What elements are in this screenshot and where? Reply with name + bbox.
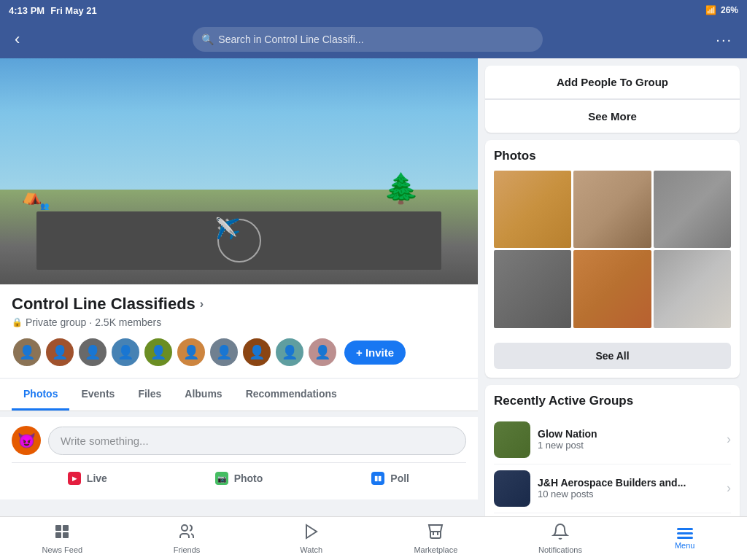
nav-notifications[interactable]: Notifications (498, 517, 623, 560)
add-people-card: Add People To Group See More (485, 66, 740, 133)
news-feed-label: News Feed (42, 545, 83, 554)
avatar: 👤 (241, 337, 272, 368)
news-feed-icon (53, 523, 71, 543)
battery: 26% (721, 5, 738, 15)
user-avatar: 😈 (12, 426, 41, 455)
tent-icon: ⛺ (22, 187, 42, 206)
search-icon: 🔍 (201, 34, 214, 45)
group-meta: 🔒 Private group · 2.5K members (12, 316, 466, 328)
see-all-button[interactable]: See All (494, 343, 731, 369)
svg-marker-5 (306, 525, 317, 538)
friends-label: Friends (174, 545, 201, 554)
friends-icon (178, 523, 196, 543)
groups-title: Recently Active Groups (494, 394, 731, 408)
right-panel: Add People To Group See More Photos See … (478, 58, 747, 516)
add-people-button[interactable]: Add People To Group (485, 66, 740, 99)
lock-icon: 🔒 (12, 317, 23, 327)
group-item-posts: 1 new post (538, 440, 719, 451)
svg-point-4 (182, 525, 187, 531)
photos-grid (494, 171, 731, 328)
menu-label: Menu (675, 541, 695, 550)
header: ‹ 🔍 Search in Control Line Classifi... ·… (0, 20, 747, 58)
photo-button[interactable]: 📷 Photo (163, 466, 315, 491)
avatar: 👤 (44, 337, 75, 368)
chevron-right-icon: › (727, 481, 731, 496)
nav-marketplace[interactable]: Marketplace (374, 517, 498, 560)
group-name: Control Line Classifieds › (12, 295, 466, 314)
marketplace-label: Marketplace (414, 545, 457, 554)
photos-title: Photos (494, 149, 731, 163)
back-button[interactable]: ‹ (9, 27, 26, 52)
group-item-info: Glow Nation 1 new post (538, 428, 719, 451)
recently-active-groups-card: Recently Active Groups Glow Nation 1 new… (485, 385, 740, 516)
poll-button[interactable]: ▮▮ Poll (314, 466, 466, 491)
more-button[interactable]: ··· (710, 28, 738, 51)
group-item[interactable]: J&H Aerospace Builders and... 10 new pos… (494, 464, 731, 513)
svg-rect-3 (63, 532, 69, 538)
avatar: 👤 (77, 337, 108, 368)
chevron-right-icon: › (727, 432, 731, 447)
photo-thumb[interactable] (654, 250, 731, 327)
status-bar-left: 4:13 PM Fri May 21 (9, 5, 97, 16)
group-thumbnail (494, 470, 530, 507)
tab-albums[interactable]: Albums (173, 379, 233, 411)
tab-photos[interactable]: Photos (12, 379, 69, 411)
wifi-icon: 📶 (705, 5, 716, 15)
notifications-label: Notifications (538, 545, 582, 554)
nav-watch[interactable]: Watch (249, 517, 374, 560)
photo-icon: 📷 (215, 472, 228, 485)
nav-menu[interactable]: Menu (622, 517, 747, 560)
main-layout: 🌲 ⛺ ✈️ 👥 Control Line Classifieds › 🔒 Pr… (0, 58, 747, 516)
avatar: 👤 (307, 337, 338, 368)
group-item-info: J&H Aerospace Builders and... 10 new pos… (538, 477, 719, 499)
group-item[interactable]: Glow Nation 1 new post › (494, 416, 731, 464)
invite-button[interactable]: + Invite (344, 341, 406, 365)
search-placeholder: Search in Control Line Classifi... (218, 34, 363, 45)
watch-label: Watch (300, 545, 322, 554)
avatar: 👤 (110, 337, 141, 368)
group-info: Control Line Classifieds › 🔒 Private gro… (0, 284, 478, 378)
marketplace-icon (427, 523, 444, 543)
photo-thumb[interactable] (494, 171, 571, 248)
status-bar-right: 📶 26% (705, 5, 738, 15)
photo-thumb[interactable] (494, 250, 571, 327)
group-item-name: J&H Aerospace Builders and... (538, 477, 719, 489)
status-bar: 4:13 PM Fri May 21 📶 26% (0, 0, 747, 20)
time: 4:13 PM (9, 5, 44, 16)
avatar: 👤 (176, 337, 206, 368)
post-actions: ▶ Live 📷 Photo ▮▮ Poll (12, 462, 466, 491)
live-button[interactable]: ▶ Live (12, 466, 163, 491)
photos-section: Photos (485, 140, 740, 337)
cover-photo: 🌲 ⛺ ✈️ 👥 (0, 58, 478, 284)
tab-events[interactable]: Events (69, 379, 126, 411)
menu-icon (677, 528, 693, 539)
nav-tabs: Photos Events Files Albums Recommendatio… (0, 379, 478, 411)
search-bar[interactable]: 🔍 Search in Control Line Classifi... (193, 27, 543, 52)
trees-icon: 🌲 (383, 171, 419, 206)
photo-thumb[interactable] (654, 171, 731, 248)
svg-rect-1 (63, 525, 69, 531)
nav-news-feed[interactable]: News Feed (0, 517, 125, 560)
chevron-icon: › (200, 298, 204, 311)
svg-rect-2 (55, 532, 61, 538)
write-post-input: 😈 Write something... (12, 426, 466, 455)
photo-thumb[interactable] (573, 250, 651, 327)
left-panel: 🌲 ⛺ ✈️ 👥 Control Line Classifieds › 🔒 Pr… (0, 58, 478, 516)
live-icon: ▶ (68, 472, 81, 485)
groups-section: Recently Active Groups Glow Nation 1 new… (485, 385, 740, 516)
photos-card: Photos See All (485, 140, 740, 378)
group-item-name: Glow Nation (538, 428, 719, 440)
avatar: 👤 (12, 337, 42, 368)
people-icon: 👥 (40, 202, 49, 210)
group-item-posts: 10 new posts (538, 489, 719, 499)
avatar: 👤 (274, 337, 305, 368)
nav-friends[interactable]: Friends (125, 517, 249, 560)
avatar: 👤 (209, 337, 239, 368)
photo-thumb[interactable] (573, 171, 651, 248)
airplane-icon: ✈️ (215, 217, 241, 241)
members-avatars: 👤 👤 👤 👤 👤 👤 👤 👤 👤 👤 + Invite (12, 337, 466, 368)
see-more-button[interactable]: See More (485, 100, 740, 133)
write-something-input[interactable]: Write something... (48, 427, 466, 455)
tab-files[interactable]: Files (126, 379, 173, 411)
tab-recommendations[interactable]: Recommendations (234, 379, 349, 411)
